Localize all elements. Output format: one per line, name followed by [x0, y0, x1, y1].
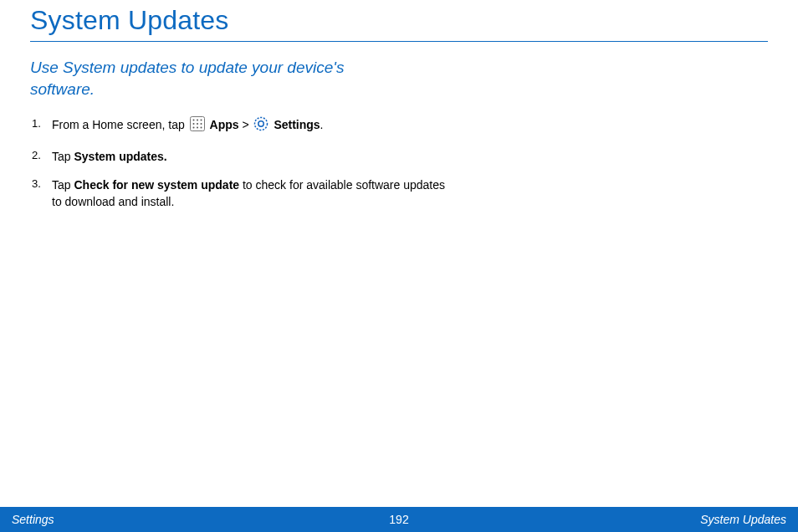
apps-grid-icon: [190, 116, 205, 136]
svg-point-8: [197, 127, 198, 129]
step-3-text-a: Tap: [52, 178, 74, 192]
step-2: Tap System updates.: [30, 148, 448, 165]
footer-left: Settings: [12, 513, 54, 526]
apps-label: Apps: [210, 119, 239, 132]
step-2-bold: System updates.: [74, 150, 166, 163]
title-rule: [30, 41, 768, 42]
settings-label: Settings: [274, 119, 320, 132]
step-1-gt: >: [242, 119, 252, 132]
settings-gear-icon: [253, 116, 269, 136]
instruction-list: From a Home screen, tap Apps >: [30, 116, 448, 210]
step-2-text-a: Tap: [52, 150, 74, 163]
page-footer: Settings 192 System Updates: [0, 507, 798, 532]
step-1-end: .: [320, 119, 324, 132]
svg-point-6: [200, 123, 202, 125]
svg-point-1: [192, 120, 194, 121]
footer-page-number: 192: [389, 513, 408, 526]
svg-point-7: [192, 127, 194, 129]
footer-right: System Updates: [700, 513, 786, 526]
page-title: System Updates: [30, 5, 768, 36]
step-1-text-a: From a Home screen, tap: [52, 119, 188, 132]
svg-point-2: [197, 120, 198, 121]
svg-point-11: [258, 121, 263, 126]
svg-point-5: [197, 123, 198, 125]
svg-point-4: [192, 123, 194, 125]
step-1: From a Home screen, tap Apps >: [30, 116, 448, 136]
svg-point-9: [200, 127, 202, 129]
step-3-bold: Check for new system update: [74, 178, 239, 192]
svg-point-3: [200, 120, 202, 121]
page-subtitle: Use System updates to update your device…: [30, 57, 398, 100]
step-3: Tap Check for new system update to check…: [30, 176, 448, 211]
svg-point-10: [255, 118, 268, 130]
